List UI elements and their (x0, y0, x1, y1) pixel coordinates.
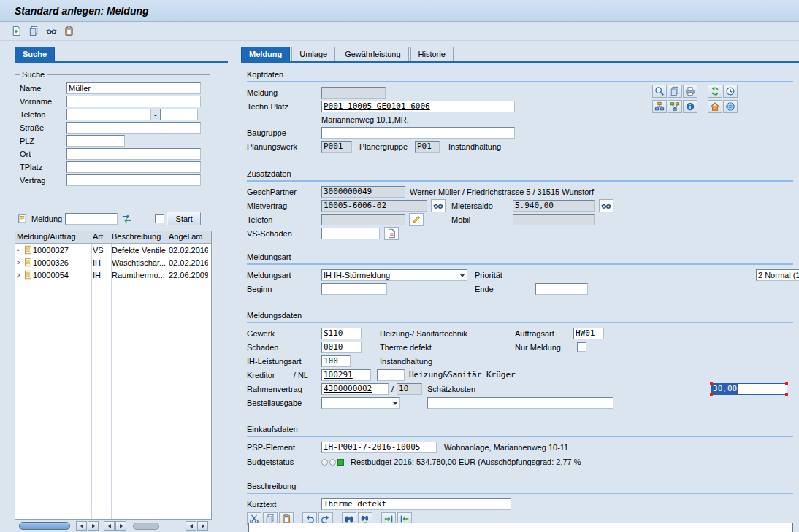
start-button-label: Start (176, 215, 193, 223)
table-row[interactable]: • 10000327 VS Defekte Ventile 02.02.2016 (15, 244, 211, 256)
tplatz-label: TPlatz (20, 163, 66, 171)
kurztext-field[interactable]: Therme defekt (321, 498, 511, 510)
glasses-icon[interactable] (431, 199, 446, 212)
globe-icon[interactable] (723, 100, 738, 113)
scrollbar-thumb[interactable] (133, 523, 159, 530)
bestellausgabe-text-field[interactable] (427, 397, 613, 409)
meldung-label: Meldung (247, 88, 321, 97)
ih-leistungsart-text: Instandhaltung (380, 357, 432, 366)
tab-umlage[interactable]: Umlage (291, 47, 335, 61)
table-row[interactable]: > 10000054 IH Raumthermo... 22.06.2009 (15, 269, 211, 281)
start-button[interactable]: Start (167, 212, 201, 225)
prioritaet-select[interactable]: 2 Normal (1 W... (756, 269, 799, 281)
tab-meldung[interactable]: Meldung (241, 47, 290, 61)
search-icon[interactable] (652, 85, 667, 98)
ih-leistungsart-field[interactable]: 100 (321, 355, 351, 367)
rahmenvertrag-field[interactable]: 4300000002 (321, 383, 389, 395)
strasse-input[interactable] (66, 122, 201, 134)
worklist-icon[interactable] (63, 25, 75, 37)
kreditor-nl-field[interactable] (377, 369, 405, 381)
refresh-icon[interactable] (708, 85, 722, 98)
auftragsart-field[interactable]: HW01 (573, 328, 604, 339)
scroll-right[interactable] (115, 521, 126, 531)
gewerk-text: Heizung-/ Sanitärtechnik (380, 329, 467, 338)
table-row[interactable]: > 10000326 IH Waschtischar... 02.02.2016 (15, 256, 211, 269)
section-title: Beschreibung (247, 482, 793, 490)
ort-input[interactable] (66, 148, 201, 160)
network-icon[interactable] (668, 100, 682, 113)
kreditor-field[interactable]: 100291 (321, 369, 371, 381)
result-table-header: Meldung/Auftrag Art Beschreibung Angel.a… (15, 231, 211, 244)
plz-input[interactable] (66, 135, 125, 147)
meldungsart-select[interactable]: IH IH-Störmeldung (321, 269, 467, 281)
glasses-icon[interactable] (599, 199, 613, 212)
hierarchy-icon[interactable] (652, 100, 667, 113)
bestellausgabe-select[interactable] (321, 397, 400, 409)
vs-schaden-field[interactable] (321, 228, 380, 239)
copy-icon[interactable] (28, 25, 40, 37)
mietvertrag-label: Mietvertrag (247, 201, 321, 210)
vorname-input[interactable] (66, 96, 201, 107)
section-einkaufsdaten: Einkaufsdaten PSP-Element IH-P001-7-2016… (247, 425, 793, 470)
pencil-icon[interactable] (409, 213, 424, 226)
swap-icon[interactable] (121, 212, 133, 225)
expand-icon[interactable]: > (17, 259, 23, 266)
meldung-search-input[interactable] (65, 213, 118, 225)
longtext-editor[interactable] (248, 523, 793, 532)
telefon-input-2[interactable] (160, 109, 198, 120)
scroll-right[interactable] (197, 521, 208, 531)
psp-element-field[interactable]: IH-P001-7-2016-10005 (321, 442, 437, 453)
clock-icon[interactable] (723, 85, 738, 98)
schaden-field[interactable]: 0010 (321, 342, 362, 353)
column-header[interactable]: Meldung/Auftrag (15, 231, 91, 243)
chevron-down-icon (393, 402, 397, 405)
tab-gewaehrleistung[interactable]: Gewährleistung (337, 47, 408, 61)
column-header[interactable]: Angel.am (167, 231, 208, 243)
display-icon[interactable] (45, 25, 58, 37)
gewerk-field[interactable]: S110 (321, 328, 362, 339)
selection-handle (785, 393, 788, 396)
scrollbar-thumb[interactable] (19, 522, 70, 530)
mietersaldo-label: Mietersaldo (451, 201, 493, 210)
row-beschreibung: Raumthermo... (110, 271, 167, 280)
ende-field[interactable] (535, 283, 588, 295)
schaetzkosten-field[interactable]: 30,00 (711, 383, 787, 395)
baugruppe-label: Baugruppe (247, 128, 321, 137)
scroll-left[interactable] (76, 521, 87, 531)
document-icon (23, 270, 33, 280)
new-document-icon[interactable] (384, 227, 399, 240)
beginn-field[interactable] (321, 283, 387, 295)
scroll-left[interactable] (186, 521, 196, 531)
rahmenvertrag-label: Rahmenvertrag (247, 385, 321, 393)
worklist-icon[interactable] (16, 212, 28, 225)
column-header[interactable]: Beschreibung (110, 231, 167, 243)
tab-suche[interactable]: Suche (15, 47, 55, 61)
print-icon[interactable] (683, 85, 697, 98)
name-label: Name (20, 84, 66, 93)
tplatz-input[interactable] (66, 161, 201, 173)
expand-icon[interactable]: • (17, 247, 23, 254)
expand-icon[interactable]: > (17, 271, 23, 279)
column-header[interactable]: Art (91, 231, 110, 243)
nur-meldung-checkbox[interactable] (577, 342, 586, 352)
telefon-input-1[interactable] (66, 109, 151, 120)
techn-platz-field[interactable]: P001-10005-GE0101-6006 (321, 101, 515, 112)
scroll-left[interactable] (104, 521, 115, 531)
start-checkbox[interactable] (155, 214, 164, 223)
row-art: VS (91, 246, 110, 255)
column-divider (111, 244, 112, 519)
gewerk-label: Gewerk (247, 329, 321, 338)
tab-historie[interactable]: Historie (410, 47, 454, 61)
row-id: 10000327 (33, 246, 69, 255)
home-icon[interactable] (708, 100, 722, 113)
telefon-label: Telefon (20, 110, 66, 119)
create-icon[interactable] (10, 25, 23, 37)
name-input[interactable]: Müller (66, 82, 201, 94)
prioritaet-label: Priorität (475, 271, 502, 280)
vertrag-input[interactable] (66, 174, 201, 186)
info-icon[interactable] (683, 100, 697, 113)
scroll-right[interactable] (88, 521, 99, 531)
baugruppe-field[interactable] (321, 127, 515, 139)
copy-icon[interactable] (668, 85, 682, 98)
meldungsart-value: IH IH-Störmeldung (324, 271, 390, 280)
